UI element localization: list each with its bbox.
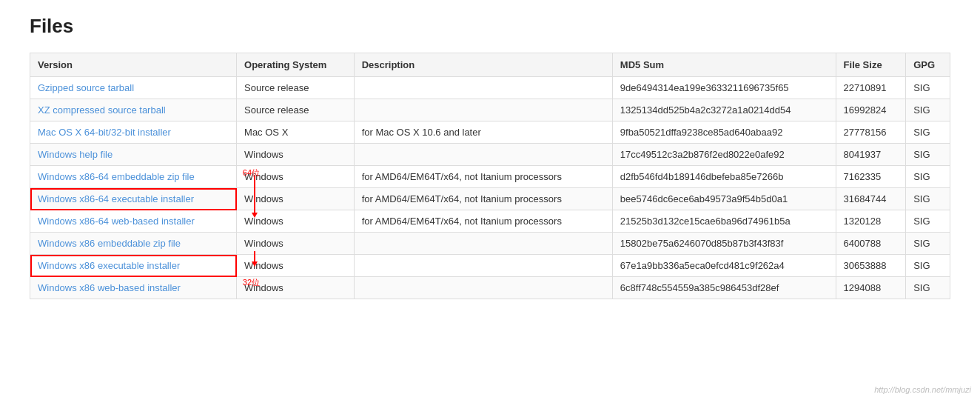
table-row: Windows x86-64 executable installerWindo… [30,188,950,210]
file-link[interactable]: XZ compressed source tarball [38,104,166,116]
cell-filesize: 8041937 [836,144,906,166]
cell-md5: 6c8ff748c554559a385c986453df28ef [612,277,836,299]
column-header-operating-system: Operating System [237,53,355,77]
cell-version: Windows x86 embeddable zip file [30,233,237,255]
column-header-description: Description [354,53,612,77]
table-row: Windows x86 embeddable zip fileWindows15… [30,233,950,255]
cell-description: for AMD64/EM64T/x64, not Itanium process… [354,188,612,210]
table-row: Windows x86-64 embeddable zip file64位Win… [30,166,950,188]
cell-gpg: SIG [906,188,950,210]
file-link[interactable]: Mac OS X 64-bit/32-bit installer [38,127,171,138]
cell-os: Windows [237,144,355,166]
cell-md5: 9fba50521dffa9238ce85ad640abaa92 [612,121,836,144]
annotation-64bit: 64位 [243,167,260,179]
file-link[interactable]: Gzipped source tarball [38,82,134,93]
page-title: Files [30,15,950,38]
cell-md5: 15802be75a6246070d85b87b3f43f83f [612,233,836,255]
column-header-md5-sum: MD5 Sum [612,53,836,77]
cell-filesize: 27778156 [836,121,906,144]
cell-gpg: SIG [906,210,950,233]
column-header-gpg: GPG [906,53,950,77]
table-row: XZ compressed source tarballSource relea… [30,99,950,121]
files-table: VersionOperating SystemDescriptionMD5 Su… [30,53,950,299]
cell-os: Mac OS X [237,121,355,144]
cell-description [354,144,612,166]
cell-md5: d2fb546fd4b189146dbefeba85e7266b [612,166,836,188]
cell-version: Windows x86-64 executable installer [30,188,237,210]
column-header-version: Version [30,53,237,77]
arrow-64bit [254,176,255,217]
cell-version: Windows x86 executable installer32位 [30,255,237,277]
cell-gpg: SIG [906,166,950,188]
file-link[interactable]: Windows x86-64 executable installer [38,193,194,204]
file-link[interactable]: Windows x86 executable installer [38,260,180,271]
cell-md5: 9de6494314ea199e3633211696735f65 [612,77,836,99]
cell-md5: 17cc49512c3a2b876f2ed8022e0afe92 [612,144,836,166]
table-row: Windows x86 executable installer32位Windo… [30,255,950,277]
file-link[interactable]: Windows x86 embeddable zip file [38,238,181,249]
cell-version: Mac OS X 64-bit/32-bit installer [30,121,237,144]
cell-filesize: 31684744 [836,188,906,210]
cell-gpg: SIG [906,277,950,299]
table-row: Windows x86-64 web-based installerWindow… [30,210,950,233]
cell-version: Windows x86-64 web-based installer [30,210,237,233]
cell-gpg: SIG [906,99,950,121]
cell-description: for AMD64/EM64T/x64, not Itanium process… [354,210,612,233]
annotation-32bit: 32位 [243,277,260,288]
cell-description: for Mac OS X 10.6 and later [354,121,612,144]
cell-filesize: 22710891 [836,77,906,99]
column-header-file-size: File Size [836,53,906,77]
cell-filesize: 30653888 [836,255,906,277]
cell-gpg: SIG [906,233,950,255]
cell-filesize: 16992824 [836,99,906,121]
cell-gpg: SIG [906,144,950,166]
cell-md5: 1325134dd525b4a2c3272a1a0214dd54 [612,99,836,121]
file-link[interactable]: Windows x86-64 web-based installer [38,216,195,227]
file-link[interactable]: Windows x86 web-based installer [38,282,181,293]
cell-md5: 21525b3d132ce15cae6ba96d74961b5a [612,210,836,233]
table-row: Windows x86 web-based installerWindows6c… [30,277,950,299]
cell-os: Source release [237,77,355,99]
file-link[interactable]: Windows help file [38,149,113,160]
cell-description [354,233,612,255]
cell-version: Windows x86-64 embeddable zip file64位 [30,166,237,188]
cell-os: Source release [237,99,355,121]
cell-filesize: 6400788 [836,233,906,255]
cell-description [354,77,612,99]
cell-gpg: SIG [906,121,950,144]
table-row: Windows help fileWindows17cc49512c3a2b87… [30,144,950,166]
cell-version: Windows x86 web-based installer [30,277,237,299]
cell-filesize: 1320128 [836,210,906,233]
cell-description: for AMD64/EM64T/x64, not Itanium process… [354,166,612,188]
cell-filesize: 7162335 [836,166,906,188]
cell-description [354,255,612,277]
table-row: Gzipped source tarballSource release9de6… [30,77,950,99]
cell-description [354,277,612,299]
cell-gpg: SIG [906,77,950,99]
table-row: Mac OS X 64-bit/32-bit installerMac OS X… [30,121,950,144]
cell-md5: 67e1a9bb336a5eca0efcd481c9f262a4 [612,255,836,277]
cell-filesize: 1294088 [836,277,906,299]
cell-gpg: SIG [906,255,950,277]
file-link[interactable]: Windows x86-64 embeddable zip file [38,171,195,182]
cell-version: XZ compressed source tarball [30,99,237,121]
cell-md5: bee5746dc6ece6ab49573a9f54b5d0a1 [612,188,836,210]
arrow-32bit [254,251,255,266]
cell-version: Windows help file [30,144,237,166]
cell-version: Gzipped source tarball [30,77,237,99]
cell-description [354,99,612,121]
